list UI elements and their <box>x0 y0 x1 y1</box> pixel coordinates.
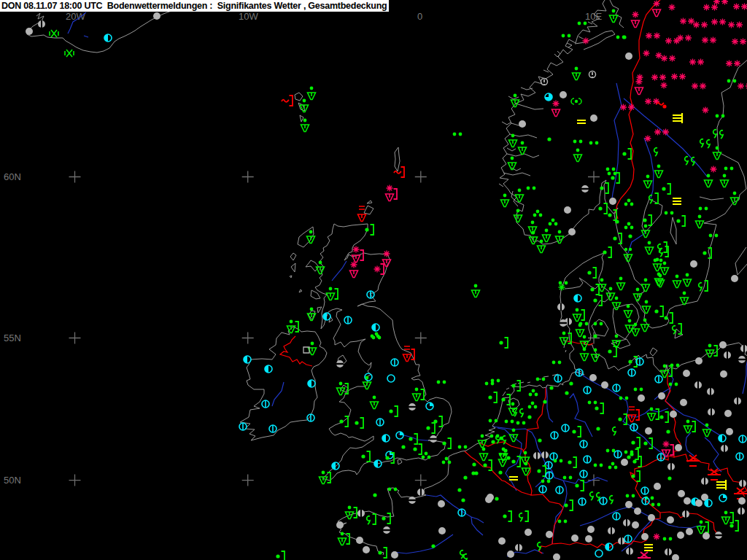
svg-text:50N: 50N <box>4 475 21 486</box>
svg-text:55N: 55N <box>4 332 21 343</box>
svg-text:10W: 10W <box>239 11 258 22</box>
svg-text:60N: 60N <box>4 171 21 182</box>
svg-text:10E: 10E <box>585 11 602 22</box>
svg-text:0: 0 <box>417 11 422 22</box>
